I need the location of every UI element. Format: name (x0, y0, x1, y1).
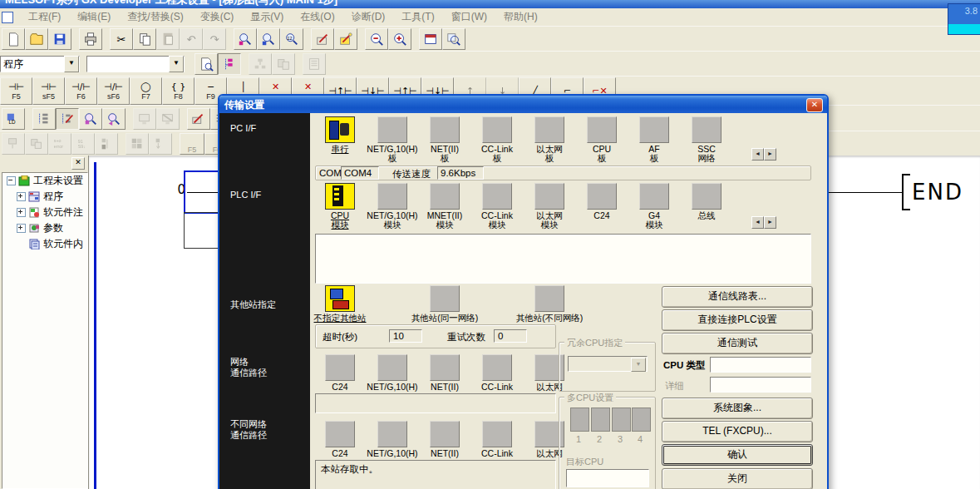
other-station-option[interactable]: 不指定其他站 (286, 285, 394, 323)
pcif-interface-option[interactable]: AF 板 (628, 116, 681, 163)
scroll-right-icon[interactable]: ► (764, 216, 776, 229)
ladder-symbol-button[interactable]: { } F8 (162, 77, 195, 105)
find-contact-coil-button[interactable]: 12 (280, 28, 303, 50)
cpu-slot-4[interactable] (632, 408, 651, 432)
expand-expander-icon[interactable] (17, 192, 26, 201)
write-mode-button[interactable] (311, 28, 334, 50)
monitor-stop-button[interactable] (156, 108, 180, 130)
plcif-interface-option[interactable]: 以太网 模块 (523, 183, 576, 230)
pcif-interface-option[interactable]: CPU 板 (575, 116, 628, 163)
network-route-option[interactable]: CC-Link (470, 354, 524, 392)
tree-item-device-memory[interactable]: 软元件内 (2, 236, 87, 252)
collapse-expander-icon[interactable] (7, 176, 16, 185)
pcif-interface-option[interactable]: 以太网 板 (523, 116, 576, 163)
chevron-down-icon[interactable]: ▼ (64, 56, 79, 72)
dialog-titlebar[interactable]: 传输设置 ✕ (219, 96, 827, 113)
plcif-interface-option[interactable]: CPU 模块 (313, 183, 367, 230)
tree-edit-button[interactable] (56, 108, 79, 130)
tree-view-button[interactable] (32, 108, 56, 130)
plcif-interface-option[interactable]: G4 模块 (628, 183, 681, 230)
expand-expander-icon[interactable] (17, 224, 26, 233)
error-step-button[interactable]: s+oerror (48, 133, 71, 155)
com-port-field[interactable]: COM4 (341, 166, 379, 180)
zoom-block-button[interactable] (126, 133, 149, 155)
pcif-interface-option[interactable]: SSC 网络 (680, 116, 733, 163)
pcif-interface-option[interactable]: NET(II) 板 (418, 116, 471, 163)
monitor-mode-button[interactable] (334, 28, 357, 50)
network-route-option[interactable]: C24 (313, 354, 367, 392)
other-station-option[interactable]: 其他站(不同网络) (495, 285, 603, 323)
menu-item[interactable]: 诊断(D) (343, 8, 394, 26)
new-file-button[interactable] (2, 28, 25, 50)
retry-field[interactable]: 0 (494, 329, 527, 343)
print-button[interactable] (79, 28, 102, 50)
scroll-left-icon[interactable]: ◄ (751, 216, 764, 229)
find-instruction-button[interactable] (257, 28, 280, 50)
system-image-button[interactable]: 系统图象... (662, 398, 813, 419)
ladder-symbol-button[interactable]: ⊣/⊢ F6 (65, 77, 97, 105)
ladder-symbol-button[interactable]: ◯ F7 (130, 77, 162, 105)
open-file-button[interactable] (25, 28, 48, 50)
tel-fxcpu-button[interactable]: TEL (FXCPU)... (662, 421, 813, 442)
save-button[interactable] (48, 28, 71, 50)
find-device-button[interactable] (234, 28, 257, 50)
menu-item[interactable]: 工程(F) (20, 8, 69, 26)
find-all-button[interactable] (442, 28, 465, 50)
sort-step-button[interactable] (149, 133, 172, 155)
close-panel-button[interactable]: ✕ (71, 157, 85, 170)
tree-item-device-comment[interactable]: 软元件注 (2, 205, 87, 220)
pcif-interface-option[interactable]: 串行 (313, 116, 367, 154)
block-convert-button[interactable] (2, 133, 25, 155)
cut-button[interactable]: ✂ (110, 28, 133, 50)
redo-button[interactable]: ↷ (203, 28, 226, 50)
diff-network-route-option[interactable]: C24 (313, 421, 367, 458)
block-copy-button[interactable] (25, 133, 48, 155)
monitor-start-button[interactable] (133, 108, 156, 130)
pcif-interface-option[interactable]: NET/G,10(H) 板 (366, 116, 419, 163)
find-next-button[interactable] (102, 108, 126, 130)
expand-expander-icon[interactable] (17, 208, 26, 217)
diff-network-route-option[interactable]: NET/G,10(H) (366, 421, 419, 458)
project-tree-toggle-button[interactable] (218, 53, 241, 75)
project-data-list-button[interactable] (419, 28, 442, 50)
paste-button[interactable] (156, 28, 180, 50)
close-button[interactable]: 关闭 (662, 468, 813, 489)
ladder-symbol-button[interactable]: ⊣⊢ sF5 (32, 77, 65, 105)
block-select-combobox[interactable]: ▼ (86, 56, 185, 72)
find-in-project-button[interactable] (79, 108, 102, 130)
timeout-field[interactable]: 10 (389, 329, 422, 343)
network-route-option[interactable]: NET/G,10(H) (366, 354, 419, 392)
ladder-logic-test-button[interactable]: LD (2, 108, 25, 130)
cpu-slot-3[interactable] (612, 408, 631, 432)
target-cpu-field[interactable] (566, 469, 649, 487)
pcif-interface-option[interactable]: CC-Link 板 (470, 116, 524, 163)
scroll-right-icon[interactable]: ► (764, 148, 776, 161)
macro-button[interactable] (272, 53, 295, 75)
menu-item[interactable]: 工具(T) (393, 8, 442, 26)
communication-test-button[interactable]: 通信测试 (662, 333, 813, 354)
comment-display-button[interactable] (195, 53, 218, 75)
chevron-down-icon[interactable]: ▼ (169, 56, 184, 72)
plcif-interface-option[interactable]: MNET(II) 模块 (418, 183, 471, 230)
scroll-left-icon[interactable]: ◄ (751, 148, 764, 161)
menu-item[interactable]: 变换(C) (192, 8, 243, 26)
menu-item[interactable]: 帮助(H) (495, 8, 546, 26)
step-jump-button[interactable]: 91S9↓ (71, 133, 95, 155)
menu-item[interactable]: 查找/替换(S) (119, 8, 191, 26)
diff-network-route-option[interactable]: NET(II) (418, 421, 471, 458)
tree-item-program[interactable]: 程序 (2, 189, 87, 205)
network-route-option[interactable]: NET(II) (418, 354, 471, 392)
menu-item[interactable]: 窗口(W) (443, 8, 495, 26)
cpu-slot-1[interactable] (570, 408, 589, 432)
diff-network-route-option[interactable]: CC-Link (470, 421, 524, 458)
tree-item-project-root[interactable]: 工程未设置 (2, 173, 87, 189)
direct-plc-connection-button[interactable]: 直接连接PLC设置 (662, 309, 813, 331)
plcif-interface-option[interactable]: NET/G,10(H) 模块 (366, 183, 419, 230)
device-list-button[interactable] (303, 53, 326, 75)
plcif-interface-option[interactable]: 总线 (680, 183, 733, 220)
ladder-symbol-button[interactable]: ⊣/⊢ sF6 (97, 77, 130, 105)
undo-button[interactable]: ↶ (180, 28, 203, 50)
redundant-cpu-combobox[interactable]: ▼ (568, 356, 648, 372)
sfc-key-button[interactable]: F5 (180, 133, 204, 155)
sort-tree-button[interactable] (249, 53, 272, 75)
